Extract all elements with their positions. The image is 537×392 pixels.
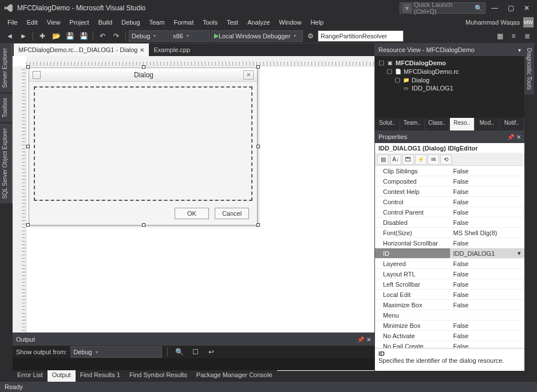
tree-node-dialog-folder[interactable]: Dialog bbox=[412, 77, 429, 84]
property-row[interactable]: Minimize BoxFalse bbox=[375, 320, 524, 331]
events-icon[interactable]: ⚡ bbox=[415, 155, 427, 165]
resize-handle[interactable] bbox=[142, 223, 145, 227]
property-row[interactable]: ControlFalse bbox=[375, 197, 524, 207]
user-name[interactable]: Muhammad Waqas bbox=[465, 19, 522, 26]
props-page-icon[interactable]: 🗔 bbox=[402, 155, 414, 165]
property-row[interactable]: Left ScrollbarFalse bbox=[375, 279, 524, 290]
window-menu-icon[interactable]: ▾ bbox=[518, 47, 521, 53]
tree-toggle-icon[interactable]: ▢ bbox=[378, 59, 384, 66]
property-row[interactable]: DisabledFalse bbox=[375, 217, 524, 228]
solution-config-combo[interactable]: Debug▾ bbox=[129, 30, 169, 42]
search-toolbar-input[interactable]: RangePartitionResolver bbox=[318, 30, 404, 42]
align-tool-icon[interactable]: ≡ bbox=[507, 30, 520, 42]
property-row[interactable]: No ActivateFalse bbox=[375, 331, 524, 341]
categorized-icon[interactable]: ▤ bbox=[377, 155, 389, 165]
dialog-window[interactable]: Dialog ✕ OK Cancel bbox=[29, 68, 258, 225]
align-tool-icon[interactable]: ▦ bbox=[493, 30, 506, 42]
cancel-button[interactable]: Cancel bbox=[215, 208, 249, 219]
tab-error-list[interactable]: Error List bbox=[13, 370, 48, 382]
toolbox-tab[interactable]: Toolbox bbox=[0, 93, 13, 122]
menu-test[interactable]: Test bbox=[223, 18, 242, 27]
property-value[interactable]: False bbox=[450, 207, 525, 217]
start-debugger-button[interactable]: ▶ Local Windows Debugger▾ bbox=[211, 30, 303, 42]
property-value[interactable]: False bbox=[450, 300, 525, 310]
tab-output[interactable]: Output bbox=[48, 370, 76, 382]
output-text-area[interactable] bbox=[13, 358, 374, 370]
tab-modules[interactable]: Mod.. bbox=[475, 118, 500, 130]
property-row[interactable]: Font(Size)MS Shell Dlg(8) bbox=[375, 228, 524, 238]
menu-help[interactable]: Help bbox=[306, 18, 327, 27]
clear-icon[interactable]: ☐ bbox=[189, 346, 202, 358]
tree-node-rc[interactable]: MFCDialogDemo.rc bbox=[404, 68, 459, 75]
property-row[interactable]: Layout RTLFalse bbox=[375, 269, 524, 279]
forward-button[interactable]: ► bbox=[17, 30, 30, 42]
tree-toggle-icon[interactable]: ▢ bbox=[394, 76, 400, 84]
chevron-down-icon[interactable]: ▾ bbox=[518, 250, 521, 257]
overrides-icon[interactable]: ⟲ bbox=[440, 155, 452, 165]
property-value[interactable]: False bbox=[450, 176, 525, 186]
resize-handle[interactable] bbox=[26, 145, 30, 148]
undo-button[interactable]: ↶ bbox=[96, 30, 109, 42]
property-value[interactable]: False bbox=[450, 166, 525, 176]
maximize-button[interactable]: ▢ bbox=[504, 2, 518, 14]
tab-find-results[interactable]: Find Results 1 bbox=[76, 370, 125, 382]
open-file-button[interactable]: 📂 bbox=[50, 30, 62, 42]
messages-icon[interactable]: ✉ bbox=[428, 155, 439, 165]
close-button[interactable]: ✕ bbox=[520, 2, 534, 14]
user-avatar[interactable]: MW bbox=[523, 17, 534, 27]
property-row[interactable]: LayeredFalse bbox=[375, 259, 524, 269]
menu-view[interactable]: View bbox=[43, 18, 65, 27]
menu-window[interactable]: Window bbox=[275, 18, 305, 27]
tab-team-explorer[interactable]: Team.. bbox=[400, 118, 425, 130]
new-project-button[interactable]: ✚ bbox=[36, 30, 49, 42]
wordwrap-icon[interactable]: ↩ bbox=[205, 346, 218, 358]
doc-tab-dialog[interactable]: MFCDialogDemo.rc...D_DIALOG1 - Dialog ✕ bbox=[14, 43, 149, 56]
pin-icon[interactable]: 📌 bbox=[507, 134, 514, 140]
menu-file[interactable]: File bbox=[3, 18, 22, 27]
menu-analyze[interactable]: Analyze bbox=[243, 18, 274, 27]
dialog-close-icon[interactable]: ✕ bbox=[243, 70, 254, 80]
menu-build[interactable]: Build bbox=[94, 18, 116, 27]
ok-button[interactable]: OK bbox=[175, 208, 209, 219]
quick-launch-input[interactable]: ▼ Quick Launch (Ctrl+Q) 🔍 bbox=[400, 2, 485, 14]
resize-handle[interactable] bbox=[256, 223, 260, 227]
property-value[interactable] bbox=[450, 310, 525, 320]
property-row[interactable]: Maximize BoxFalse bbox=[375, 300, 524, 310]
find-icon[interactable]: 🔍 bbox=[173, 346, 185, 358]
tree-node-project[interactable]: MFCDialogDemo bbox=[396, 60, 446, 66]
output-source-combo[interactable]: Debug▾ bbox=[70, 346, 162, 358]
menu-team[interactable]: Team bbox=[145, 18, 169, 27]
solution-platform-combo[interactable]: x86▾ bbox=[170, 30, 210, 42]
property-row[interactable]: CompositedFalse bbox=[375, 176, 524, 187]
menu-edit[interactable]: Edit bbox=[23, 18, 42, 27]
properties-grid[interactable]: Clip SiblingsFalseCompositedFalseContext… bbox=[375, 166, 524, 348]
tab-solution-explorer[interactable]: Solut.. bbox=[375, 118, 400, 130]
property-row[interactable]: Control ParentFalse bbox=[375, 207, 524, 217]
property-value[interactable]: False bbox=[450, 320, 525, 330]
resource-view-tree[interactable]: ▢▣MFCDialogDemo ▢📄MFCDialogDemo.rc ▢📁Dia… bbox=[375, 56, 524, 118]
resize-handle[interactable] bbox=[26, 223, 30, 227]
design-canvas[interactable]: Dialog ✕ OK Cancel bbox=[29, 68, 258, 225]
dialog-designer[interactable]: Dialog ✕ OK Cancel bbox=[13, 56, 374, 345]
menu-debug[interactable]: Debug bbox=[117, 18, 144, 27]
alphabetical-icon[interactable]: A↓ bbox=[390, 155, 401, 165]
save-button[interactable]: 💾 bbox=[64, 30, 76, 42]
property-row[interactable]: Horizontal ScrollbarFalse bbox=[375, 238, 524, 248]
sql-server-tab[interactable]: SQL Server Object Explorer bbox=[0, 124, 13, 204]
property-value[interactable]: False bbox=[450, 331, 525, 340]
property-value[interactable]: False bbox=[450, 238, 525, 248]
redo-button[interactable]: ↷ bbox=[110, 30, 123, 42]
resize-handle[interactable] bbox=[256, 65, 260, 69]
property-row[interactable]: Clip SiblingsFalse bbox=[375, 166, 524, 176]
dialog-client-area[interactable]: OK Cancel bbox=[29, 82, 257, 225]
property-value[interactable]: MS Shell Dlg(8) bbox=[450, 228, 525, 237]
property-row[interactable]: Menu bbox=[375, 310, 524, 320]
quick-launch-filter-icon[interactable]: ▼ bbox=[402, 3, 412, 13]
property-value[interactable]: False bbox=[450, 197, 525, 207]
pin-icon[interactable]: 📌 bbox=[357, 336, 364, 343]
properties-object-combo[interactable]: IDD_DIALOG1 (Dialog) IDlgEditor bbox=[375, 143, 524, 153]
tab-notifications[interactable]: Notif.. bbox=[500, 118, 525, 130]
property-value[interactable]: False bbox=[450, 279, 525, 289]
diagnostic-tools-tab[interactable]: Diagnostic Tools bbox=[524, 43, 534, 94]
save-all-button[interactable]: 💾 bbox=[77, 30, 90, 42]
